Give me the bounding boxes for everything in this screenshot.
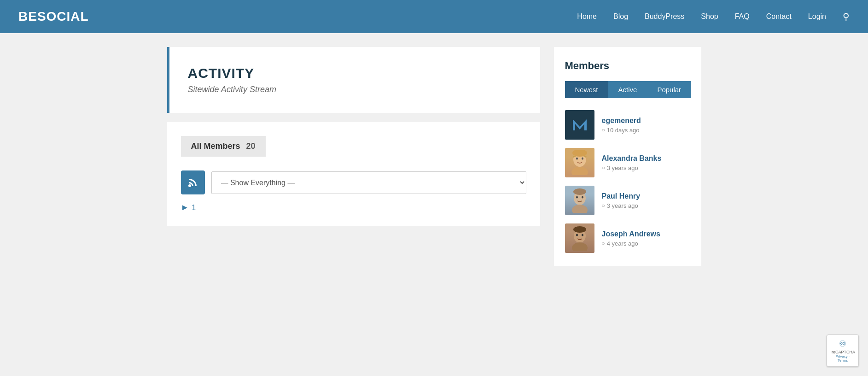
pagination-hint: ► 1 [181,203,526,212]
member-time-text: 3 years ago [607,164,638,171]
avatar-face-icon [570,188,590,213]
member-name[interactable]: Paul Henry [602,192,690,200]
member-info: egemenerd ○ 10 days ago [602,117,690,134]
nav-link-shop[interactable]: Shop [701,12,718,20]
avatar [565,148,594,177]
svg-point-5 [582,158,583,160]
pagination-arrow-icon: ► [181,203,189,212]
filter-row: — Show Everything — Updates New Member A… [181,170,526,194]
all-members-label: All Members [191,141,240,151]
tab-active[interactable]: Active [608,81,647,98]
svg-marker-1 [573,119,587,130]
avatar [565,223,594,253]
members-widget: Members Newest Active Popular egemenerd [554,47,701,266]
svg-point-8 [572,205,588,213]
member-info: Joseph Andrews ○ 4 years ago [602,230,690,247]
m-logo-icon [571,117,589,133]
member-name[interactable]: Joseph Andrews [602,230,690,238]
avatar [565,186,594,215]
site-logo[interactable]: BESOCIAL [18,9,89,24]
tab-newest[interactable]: Newest [565,81,608,98]
avatar-face-icon [570,150,590,175]
svg-point-3 [571,167,588,175]
list-item: Joseph Andrews ○ 4 years ago [565,223,690,253]
rss-icon-button[interactable] [181,170,205,194]
member-avatar-image [565,148,594,177]
clock-icon: ○ [602,240,605,247]
svg-point-9 [576,196,578,199]
member-name[interactable]: egemenerd [602,117,690,125]
pagination-page: 1 [192,204,196,212]
member-info: Paul Henry ○ 3 years ago [602,192,690,209]
avatar [565,110,594,140]
member-time-text: 3 years ago [607,202,638,209]
svg-point-16 [573,226,586,233]
clock-icon: ○ [602,202,605,209]
activity-header: ACTIVITY Sitewide Activity Stream [167,47,540,113]
member-info: Alexandra Banks ○ 3 years ago [602,154,690,171]
member-time: ○ 4 years ago [602,240,690,247]
member-time-text: 4 years ago [607,240,638,247]
all-members-tab[interactable]: All Members 20 [181,136,266,157]
svg-point-10 [582,196,583,199]
member-list: egemenerd ○ 10 days ago [565,110,690,253]
navbar: BESOCIAL Home Blog BuddyPress Shop FAQ C… [0,0,868,33]
clock-icon: ○ [602,164,605,171]
list-item: egemenerd ○ 10 days ago [565,110,690,140]
main-content: ACTIVITY Sitewide Activity Stream All Me… [167,47,540,266]
svg-point-4 [576,158,578,160]
nav-link-faq[interactable]: FAQ [735,12,750,20]
list-item: Paul Henry ○ 3 years ago [565,186,690,215]
search-icon[interactable]: ⚲ [843,11,850,22]
member-avatar-image [565,186,594,215]
nav-link-home[interactable]: Home [577,12,597,20]
svg-point-0 [188,184,191,187]
nav-link-login[interactable]: Login [808,12,826,20]
member-time: ○ 3 years ago [602,202,690,209]
member-name[interactable]: Alexandra Banks [602,154,690,163]
list-item: Alexandra Banks ○ 3 years ago [565,148,690,177]
member-time-text: 10 days ago [607,127,640,134]
svg-point-15 [582,234,583,236]
member-tabs: Newest Active Popular [565,81,690,98]
tab-popular[interactable]: Popular [647,81,691,98]
clock-icon: ○ [602,127,605,133]
svg-point-14 [576,234,578,236]
filter-select[interactable]: — Show Everything — Updates New Member A… [211,171,526,194]
nav-link-contact[interactable]: Contact [766,12,792,20]
avatar-face-icon [570,226,590,251]
svg-point-13 [572,242,588,251]
member-avatar-image [565,223,594,253]
activity-panel: All Members 20 — Show Everything — Updat… [167,122,540,226]
rss-icon [187,177,198,188]
all-members-count: 20 [246,141,256,151]
members-widget-title: Members [565,60,690,72]
page-wrap: ACTIVITY Sitewide Activity Stream All Me… [158,33,711,280]
nav-link-blog[interactable]: Blog [613,12,628,20]
sidebar: Members Newest Active Popular egemenerd [554,47,701,266]
member-time: ○ 10 days ago [602,127,690,134]
nav-link-buddypress[interactable]: BuddyPress [645,12,684,20]
svg-point-11 [573,188,586,195]
activity-title: ACTIVITY [188,65,522,81]
nav-links: Home Blog BuddyPress Shop FAQ Contact Lo… [577,12,826,21]
activity-subtitle: Sitewide Activity Stream [188,85,522,94]
member-time: ○ 3 years ago [602,164,690,171]
